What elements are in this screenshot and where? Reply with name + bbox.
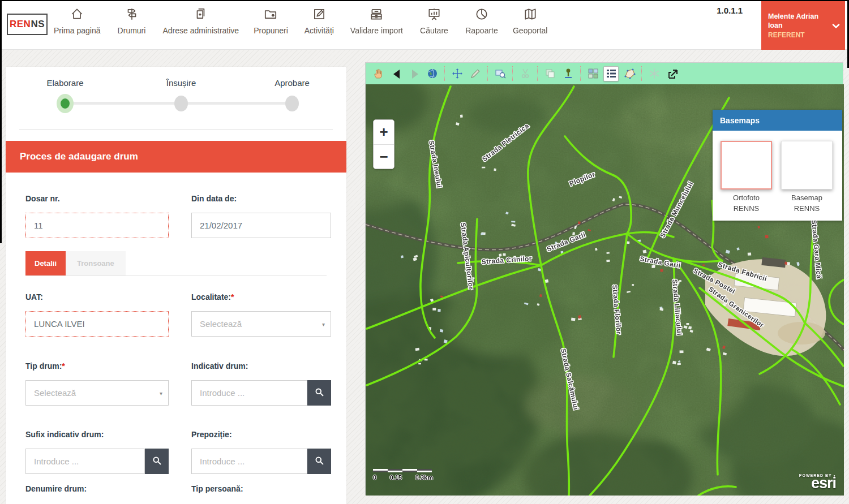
nav-label: Rapoarte bbox=[465, 26, 498, 35]
nav-label: Prima pagină bbox=[54, 26, 101, 35]
required-mark: * bbox=[62, 361, 65, 371]
scale-bar: 0 0.15 0.3km bbox=[373, 469, 433, 481]
field-label: Denumire drum: bbox=[25, 484, 169, 496]
basemap-thumbnail-selected[interactable] bbox=[721, 141, 772, 189]
map-widget: Strada IneuluiStrada PietricicaPlopilorS… bbox=[365, 62, 843, 495]
basemaps-title: Basemaps bbox=[720, 116, 760, 125]
toolbar-separator bbox=[537, 66, 538, 81]
field-label: Prepoziție: bbox=[191, 430, 331, 441]
step-label-insusire: Însușire bbox=[166, 78, 196, 88]
select-caret-icon: ▾ bbox=[160, 390, 162, 396]
nav-label: Activități bbox=[305, 26, 334, 35]
scale-tick: 0.3km bbox=[415, 474, 433, 481]
logo-text-red: REN bbox=[10, 19, 31, 30]
globe-icon[interactable] bbox=[424, 66, 440, 81]
basemap-grid-icon[interactable] bbox=[585, 66, 601, 81]
export-icon[interactable] bbox=[664, 66, 680, 81]
esri-wordmark: esri bbox=[799, 477, 836, 490]
cut-icon[interactable] bbox=[517, 66, 533, 81]
basemap-thumbnail[interactable] bbox=[781, 141, 833, 189]
toolbar-separator bbox=[444, 66, 445, 81]
zoom-out-button[interactable]: − bbox=[374, 144, 394, 169]
app-logo[interactable]: RENNS bbox=[7, 14, 48, 35]
archive-icon bbox=[369, 7, 384, 24]
nav-item-activitati[interactable]: Activități bbox=[303, 7, 336, 35]
main-nav: Prima pagină Drumuri Adrese administrati… bbox=[54, 7, 547, 35]
din-data-input[interactable] bbox=[191, 213, 331, 238]
nav-item-drumuri[interactable]: Drumuri bbox=[115, 7, 148, 35]
map-canvas[interactable]: Strada IneuluiStrada PietricicaPlopilorS… bbox=[366, 84, 844, 496]
nav-item-validare-import[interactable]: Validare import bbox=[350, 7, 403, 35]
select-placeholder: Selectează bbox=[34, 388, 76, 398]
window-edge-top bbox=[0, 0, 849, 1]
scale-tick: 0 bbox=[373, 474, 376, 481]
indicativ-input[interactable] bbox=[191, 380, 307, 406]
user-menu[interactable]: Melente Adrian Ioan REFERENT bbox=[761, 0, 845, 50]
field-prepozitie: Prepoziție: bbox=[191, 430, 331, 474]
nav-item-rapoarte[interactable]: Rapoarte bbox=[465, 7, 498, 35]
move-icon[interactable] bbox=[449, 66, 465, 81]
process-title-banner: Proces de adaugare drum bbox=[6, 141, 346, 173]
next-extent-icon[interactable] bbox=[406, 66, 422, 81]
user-name: Melente Adrian Ioan bbox=[768, 6, 831, 30]
nav-item-propuneri[interactable]: Propuneri bbox=[254, 7, 288, 35]
previous-extent-icon[interactable] bbox=[388, 66, 404, 81]
tab-tronsoane[interactable]: Tronsoane bbox=[66, 251, 126, 275]
field-label: UAT: bbox=[25, 292, 169, 304]
field-label: Din data de: bbox=[191, 194, 331, 205]
snowflake-icon[interactable] bbox=[646, 66, 662, 81]
field-uat: UAT: bbox=[25, 292, 169, 337]
sufix-search-button[interactable] bbox=[145, 449, 169, 474]
basemaps-panel-header[interactable]: Basemaps bbox=[713, 110, 842, 131]
basemap-label: Basemap bbox=[791, 193, 822, 202]
nav-item-cautare[interactable]: Căutare bbox=[418, 7, 451, 35]
indicativ-search-button[interactable] bbox=[307, 380, 331, 406]
tab-detalii[interactable]: Detalii bbox=[25, 251, 66, 275]
basemap-label: Ortofoto bbox=[733, 193, 760, 202]
uat-input[interactable] bbox=[25, 311, 169, 337]
localitate-select[interactable]: Selectează ▾ bbox=[191, 311, 331, 337]
toolbar-separator bbox=[487, 66, 488, 81]
nav-label: Adrese administrative bbox=[163, 26, 239, 35]
step-dot-aprobare[interactable] bbox=[285, 96, 299, 111]
basemap-option-basemap-renns[interactable]: BasemapRENNS bbox=[781, 141, 833, 214]
scale-tick: 0.15 bbox=[390, 474, 402, 481]
workflow-stepper: Elaborare Însușire Aprobare bbox=[6, 72, 346, 121]
presentation-icon bbox=[427, 7, 441, 24]
dosar-input[interactable] bbox=[25, 213, 169, 238]
field-tip-persoana: Tip persoană: bbox=[191, 484, 331, 504]
home-icon bbox=[70, 7, 84, 24]
window-edge-left bbox=[0, 0, 2, 243]
step-dot-insusire[interactable] bbox=[174, 96, 188, 111]
logo-text-dark: NS bbox=[31, 19, 45, 30]
field-label: Dosar nr. bbox=[25, 194, 169, 205]
prepozitie-search-button[interactable] bbox=[307, 449, 331, 474]
sufix-input[interactable] bbox=[25, 449, 145, 474]
pie-chart-icon bbox=[474, 7, 489, 24]
field-label: Localitate: bbox=[191, 292, 231, 301]
nav-item-adrese-administrative[interactable]: Adrese administrative bbox=[163, 7, 239, 35]
pin-icon[interactable] bbox=[560, 66, 576, 81]
step-dot-elaborare[interactable] bbox=[61, 98, 70, 109]
nav-item-prima-pagina[interactable]: Prima pagină bbox=[54, 7, 101, 35]
pan-hand-icon[interactable] bbox=[370, 66, 385, 81]
required-mark: * bbox=[231, 292, 234, 301]
prepozitie-input[interactable] bbox=[191, 449, 307, 474]
signpost-icon bbox=[125, 7, 139, 24]
basemap-option-ortofoto[interactable]: OrtofotoRENNS bbox=[721, 141, 772, 214]
zoom-select-icon[interactable] bbox=[492, 66, 508, 81]
measure-icon[interactable] bbox=[621, 66, 637, 81]
toolbar-separator bbox=[512, 66, 513, 81]
top-bar: RENNS Prima pagină Drumuri Adrese admini… bbox=[0, 0, 849, 50]
nav-item-geoportal[interactable]: Geoportal bbox=[513, 7, 547, 35]
copy-icon[interactable] bbox=[542, 66, 558, 81]
draw-icon[interactable] bbox=[468, 66, 483, 81]
map-toolbar bbox=[366, 63, 843, 84]
process-title: Proces de adaugare drum bbox=[20, 151, 138, 162]
nav-label: Căutare bbox=[420, 26, 448, 35]
tip-drum-select[interactable]: Selectează ▾ bbox=[25, 380, 169, 406]
field-dosar: Dosar nr. bbox=[25, 194, 169, 238]
zoom-in-button[interactable]: + bbox=[374, 120, 394, 144]
basemaps-panel: Basemaps OrtofotoRENNS BasemapRENNS bbox=[713, 110, 842, 221]
layer-list-icon[interactable] bbox=[603, 66, 619, 81]
